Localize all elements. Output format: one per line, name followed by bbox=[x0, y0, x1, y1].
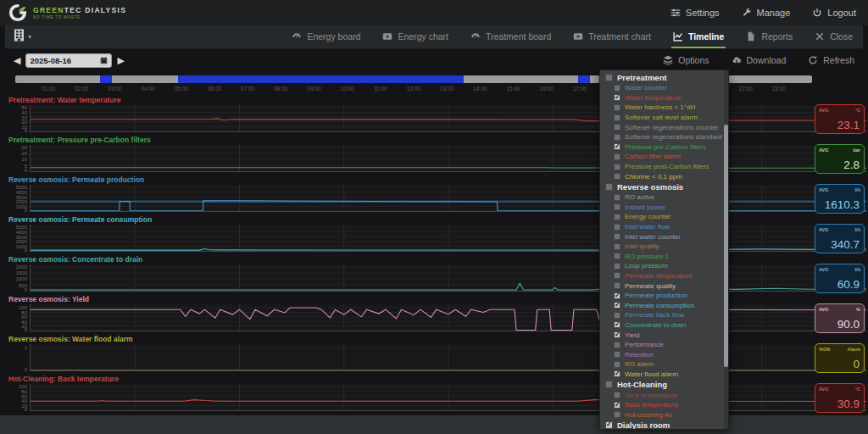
panel-item-water-counter[interactable]: Water counter bbox=[600, 83, 728, 93]
tab-energy-board[interactable]: Energy board bbox=[290, 25, 362, 48]
item-checkbox[interactable] bbox=[614, 361, 620, 368]
tab-energy-chart[interactable]: Energy chart bbox=[381, 25, 450, 48]
panel-section-hot-cleaning[interactable]: Hot-Cleaning bbox=[600, 379, 728, 390]
chart-plot[interactable] bbox=[30, 185, 866, 212]
panel-section-reverse-osmosis[interactable]: Reverse osmosis bbox=[600, 181, 728, 192]
item-checkbox[interactable] bbox=[614, 164, 620, 170]
panel-item-chlorine-0-1-ppm[interactable]: Chlorine < 0,1 ppm bbox=[600, 171, 728, 181]
section-checkbox[interactable] bbox=[605, 381, 613, 388]
panel-item-permeate-quality[interactable]: Permeate quality bbox=[600, 281, 728, 291]
panel-item-permeate-temperature[interactable]: Permeate temperature bbox=[600, 271, 728, 281]
manage-button[interactable]: Manage bbox=[742, 8, 791, 18]
item-checkbox[interactable] bbox=[614, 94, 620, 101]
panel-item-back-temperature[interactable]: Back temperature bbox=[600, 400, 728, 410]
date-picker[interactable] bbox=[25, 53, 112, 68]
options-button[interactable]: Options bbox=[663, 55, 709, 65]
chart-plot[interactable] bbox=[30, 344, 866, 371]
previous-day-button[interactable]: ◀ bbox=[14, 55, 20, 66]
clinic-selector[interactable]: ▾ bbox=[14, 29, 31, 45]
item-checkbox[interactable] bbox=[614, 331, 620, 338]
item-checkbox[interactable] bbox=[614, 85, 620, 92]
panel-item-energy-counter[interactable]: Energy counter bbox=[600, 212, 728, 222]
panel-item-ro-pressure-1[interactable]: RO pressure 1 bbox=[600, 252, 728, 262]
item-checkbox[interactable] bbox=[614, 392, 620, 398]
panel-item-loop-pressure[interactable]: Loop pressure bbox=[600, 261, 728, 271]
chart-plot[interactable] bbox=[30, 384, 866, 411]
refresh-button[interactable]: Refresh bbox=[808, 55, 854, 65]
section-checkbox[interactable] bbox=[605, 74, 613, 81]
panel-item-ro-alarm[interactable]: RO alarm bbox=[600, 359, 728, 370]
panel-item-retention[interactable]: Retention bbox=[600, 349, 728, 359]
item-checkbox[interactable] bbox=[614, 411, 620, 418]
panel-item-water-temperature[interactable]: Water temperature bbox=[600, 93, 728, 103]
panel-item-instant-power[interactable]: Instant power bbox=[600, 203, 728, 213]
panel-item-carbon-filter-alarm[interactable]: Carbon filter alarm bbox=[600, 152, 728, 162]
item-checkbox[interactable] bbox=[614, 342, 620, 348]
item-checkbox[interactable] bbox=[614, 153, 620, 160]
panel-item-hot-cleaning-ax[interactable]: Hot-cleaning Ax bbox=[600, 409, 728, 420]
panel-item-yield[interactable]: Yield bbox=[600, 330, 728, 340]
panel-item-permeate-production[interactable]: Permeate production bbox=[600, 291, 728, 301]
item-checkbox[interactable] bbox=[614, 203, 620, 210]
panel-section-pretreatment[interactable]: Pretreatment bbox=[600, 72, 728, 83]
item-checkbox[interactable] bbox=[614, 370, 620, 377]
panel-item-softener-regenerations-counter[interactable]: Softener regenerations counter bbox=[600, 122, 728, 132]
item-checkbox[interactable] bbox=[614, 253, 620, 259]
badge-unit: l/h bbox=[855, 227, 860, 232]
settings-button[interactable]: Settings bbox=[670, 8, 720, 18]
item-checkbox[interactable] bbox=[614, 143, 620, 150]
panel-item-performance[interactable]: Performance bbox=[600, 340, 728, 350]
panel-item-pressure-pre-carbon-filters[interactable]: Pressure pre-Carbon filters bbox=[600, 142, 728, 153]
tab-close[interactable]: Close bbox=[813, 25, 854, 48]
chart-plot[interactable] bbox=[30, 304, 866, 331]
chart-plot[interactable] bbox=[30, 145, 866, 172]
item-checkbox[interactable] bbox=[614, 282, 620, 289]
section-checkbox[interactable] bbox=[605, 421, 613, 429]
item-checkbox[interactable] bbox=[614, 243, 620, 250]
panel-scrollbar-thumb[interactable] bbox=[724, 125, 728, 367]
panel-item-softener-regenerations-standard[interactable]: Softener regenerations standard bbox=[600, 132, 728, 142]
item-checkbox[interactable] bbox=[614, 312, 620, 319]
panel-item-softener-salt-level-alarm[interactable]: Softener salt level alarm bbox=[600, 113, 728, 123]
panel-item-inlet-water-flow[interactable]: Inlet water flow bbox=[600, 222, 728, 232]
panel-item-pressure-post-carbon-filters[interactable]: Pressure post-Carbon filters bbox=[600, 162, 728, 172]
panel-item-ro-active[interactable]: RO active bbox=[600, 192, 728, 203]
panel-item-water-flood-alarm[interactable]: Water flood alarm bbox=[600, 370, 728, 380]
item-checkbox[interactable] bbox=[614, 104, 620, 111]
panel-section-dialysis-room[interactable]: Dialysis room bbox=[600, 420, 728, 430]
item-checkbox[interactable] bbox=[614, 114, 620, 121]
item-checkbox[interactable] bbox=[614, 263, 620, 270]
chart-plot[interactable] bbox=[30, 264, 866, 292]
tab-treatment-chart[interactable]: Treatment chart bbox=[571, 25, 653, 48]
item-checkbox[interactable] bbox=[614, 224, 620, 231]
tab-timeline[interactable]: Timeline bbox=[671, 25, 726, 48]
panel-item-concentrate-to-drain[interactable]: Concentrate to drain bbox=[600, 320, 728, 331]
chart-plot[interactable] bbox=[30, 105, 866, 132]
panel-item-inlet-quality[interactable]: Inlet quality bbox=[600, 242, 728, 252]
item-checkbox[interactable] bbox=[614, 124, 620, 131]
item-checkbox[interactable] bbox=[614, 302, 620, 309]
section-checkbox[interactable] bbox=[605, 183, 613, 191]
item-checkbox[interactable] bbox=[614, 351, 620, 358]
item-checkbox[interactable] bbox=[614, 402, 620, 409]
logout-button[interactable]: Logout bbox=[812, 8, 856, 18]
next-day-button[interactable]: ▶ bbox=[117, 55, 124, 66]
item-checkbox[interactable] bbox=[614, 321, 620, 328]
item-checkbox[interactable] bbox=[614, 233, 620, 240]
item-checkbox[interactable] bbox=[614, 194, 620, 201]
item-checkbox[interactable] bbox=[614, 173, 620, 180]
tab-treatment-board[interactable]: Treatment board bbox=[469, 25, 553, 48]
date-input[interactable] bbox=[30, 56, 91, 65]
panel-item-permeate-back-flow[interactable]: Permeate back flow bbox=[600, 310, 728, 320]
panel-item-permeate-consumption[interactable]: Permeate consumption bbox=[600, 300, 728, 310]
panel-item-water-hardness-1-dh[interactable]: Water hardness < 1°dH bbox=[600, 103, 728, 113]
item-checkbox[interactable] bbox=[614, 134, 620, 141]
item-checkbox[interactable] bbox=[614, 214, 620, 220]
item-checkbox[interactable] bbox=[614, 292, 620, 299]
item-checkbox[interactable] bbox=[614, 272, 620, 279]
panel-item-tank-temperature[interactable]: Tank temperature bbox=[600, 390, 728, 400]
panel-item-inlet-water-counter[interactable]: Inlet water counter bbox=[600, 231, 728, 242]
download-button[interactable]: Download bbox=[732, 55, 787, 65]
tab-reports[interactable]: Reports bbox=[744, 25, 794, 48]
chart-plot[interactable] bbox=[30, 225, 866, 252]
